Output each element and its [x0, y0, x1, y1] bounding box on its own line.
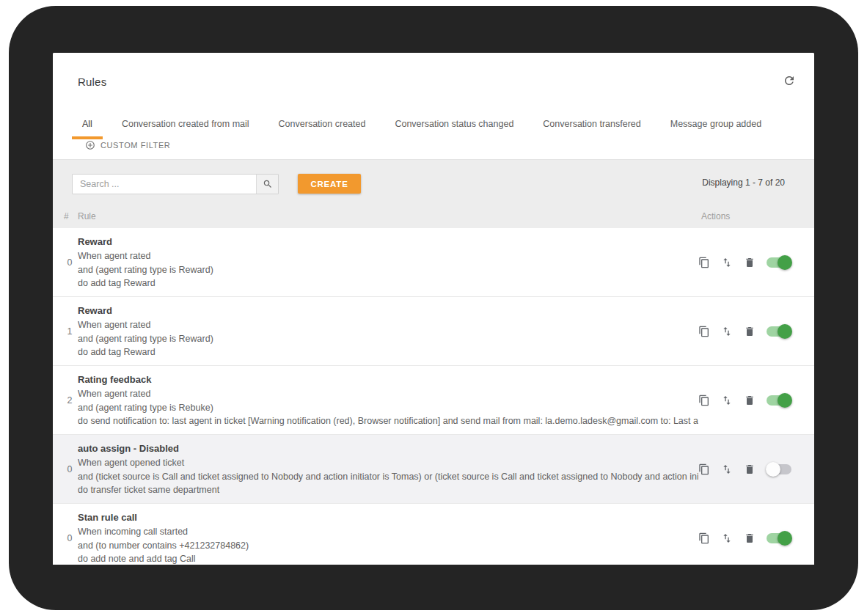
rule-condition-line: When agent rated: [78, 387, 698, 401]
panel-header: Rules All Conversation created from mail…: [53, 53, 814, 160]
search-group: [72, 174, 279, 194]
delete-rule-button[interactable]: [743, 463, 756, 476]
reorder-rule-button[interactable]: [720, 256, 734, 269]
up-down-arrows-icon: [721, 532, 733, 544]
rule-condition-line: When agent rated: [78, 318, 698, 332]
reorder-rule-button[interactable]: [720, 325, 734, 338]
page-title: Rules: [78, 76, 106, 88]
table-row[interactable]: 0 auto assign - Disabled When agent open…: [53, 435, 814, 504]
rule-summary: Reward When agent rated and (agent ratin…: [78, 304, 698, 359]
copy-icon: [698, 326, 710, 337]
search-input[interactable]: [73, 175, 256, 194]
rule-condition-line: and (agent rating type is Reward): [78, 263, 698, 277]
custom-filter-label: CUSTOM FILTER: [100, 141, 170, 150]
rule-title: auto assign - Disabled: [78, 441, 698, 456]
rule-condition-line: When agent rated: [78, 249, 698, 263]
rule-action-line: do add note and add tag Call: [78, 552, 698, 565]
search-button[interactable]: [256, 175, 278, 194]
rule-toggle[interactable]: [766, 531, 792, 546]
displaying-count: Displaying 1 - 7 of 20: [702, 177, 785, 188]
tab-label: Conversation created: [279, 119, 366, 129]
delete-rule-button[interactable]: [743, 532, 756, 545]
row-actions: [698, 255, 792, 270]
copy-icon: [698, 395, 710, 406]
tab-conversation-created-from-mail[interactable]: Conversation created from mail: [111, 112, 260, 139]
trash-icon: [744, 532, 756, 544]
row-actions: [698, 324, 792, 339]
trash-icon: [744, 463, 756, 475]
copy-icon: [698, 532, 710, 544]
tab-conversation-status-changed[interactable]: Conversation status changed: [384, 112, 524, 139]
rule-toggle[interactable]: [766, 393, 792, 408]
table-row[interactable]: 2 Rating feedback When agent rated and (…: [53, 366, 814, 435]
rule-toggle[interactable]: [766, 255, 792, 270]
rule-title: Reward: [78, 304, 698, 318]
table-row[interactable]: 0 Stan rule call When incoming call star…: [53, 504, 814, 565]
copy-rule-button[interactable]: [698, 325, 711, 338]
tab-label: Conversation status changed: [395, 119, 513, 129]
delete-rule-button[interactable]: [743, 256, 756, 269]
delete-rule-button[interactable]: [743, 325, 756, 338]
reorder-rule-button[interactable]: [720, 532, 734, 545]
rule-condition-line: and (to number contains +421232784862): [78, 539, 698, 553]
rule-index: 0: [60, 464, 79, 474]
rule-action-line: do send notification to: last agent in t…: [78, 414, 698, 428]
rule-condition-line: When incoming call started: [78, 525, 698, 539]
toggle-knob: [766, 462, 780, 477]
create-button[interactable]: CREATE: [298, 174, 361, 194]
filter-tabs: All Conversation created from mail Conve…: [72, 112, 780, 139]
table-header: # Rule Actions: [53, 208, 814, 228]
tab-conversation-created[interactable]: Conversation created: [268, 112, 376, 139]
toggle-knob: [778, 255, 792, 270]
rules-list: 0 Reward When agent rated and (agent rat…: [53, 228, 814, 565]
rule-condition-line: When agent opened ticket: [78, 456, 698, 470]
row-actions: [698, 531, 792, 546]
table-row[interactable]: 0 Reward When agent rated and (agent rat…: [53, 228, 814, 297]
copy-rule-button[interactable]: [698, 394, 711, 407]
trash-icon: [744, 326, 756, 337]
tab-message-group-added[interactable]: Message group added: [660, 112, 772, 139]
toggle-knob: [778, 531, 792, 546]
copy-rule-button[interactable]: [698, 256, 711, 269]
rule-toggle[interactable]: [766, 324, 792, 339]
rule-toggle[interactable]: [766, 462, 792, 477]
rules-panel: Rules All Conversation created from mail…: [53, 53, 814, 565]
tab-label: Message group added: [670, 119, 761, 129]
tab-all[interactable]: All: [72, 112, 103, 139]
rule-summary: auto assign - Disabled When agent opened…: [78, 441, 698, 497]
column-header-rule: Rule: [78, 211, 96, 221]
row-actions: [698, 462, 792, 477]
rule-summary: Rating feedback When agent rated and (ag…: [78, 373, 698, 428]
rule-summary: Reward When agent rated and (agent ratin…: [78, 235, 698, 290]
rule-title: Stan rule call: [78, 510, 698, 525]
toggle-knob: [778, 393, 792, 408]
copy-rule-button[interactable]: [698, 463, 711, 476]
up-down-arrows-icon: [721, 463, 733, 475]
trash-icon: [744, 395, 756, 406]
tab-label: Conversation created from mail: [122, 119, 249, 129]
reorder-rule-button[interactable]: [720, 394, 734, 407]
rule-condition-line: and (agent rating type is Reward): [78, 332, 698, 346]
rule-title: Reward: [78, 235, 698, 249]
rule-title: Rating feedback: [78, 373, 698, 387]
refresh-button[interactable]: [782, 73, 797, 88]
table-row[interactable]: 1 Reward When agent rated and (agent rat…: [53, 297, 814, 366]
copy-icon: [698, 463, 710, 475]
toggle-knob: [778, 324, 792, 339]
delete-rule-button[interactable]: [743, 394, 756, 407]
copy-rule-button[interactable]: [698, 532, 711, 545]
rule-index: 0: [60, 257, 79, 268]
search-icon: [263, 179, 273, 189]
rule-action-line: do transfer ticket same department: [78, 483, 698, 497]
custom-filter-button[interactable]: CUSTOM FILTER: [85, 140, 170, 150]
rule-summary: Stan rule call When incoming call starte…: [78, 510, 698, 565]
reorder-rule-button[interactable]: [720, 463, 734, 476]
up-down-arrows-icon: [721, 326, 733, 337]
rule-index: 0: [60, 533, 79, 543]
rule-index: 2: [60, 395, 79, 406]
circle-plus-icon: [85, 140, 95, 150]
rule-condition-line: and (agent rating type is Rebuke): [78, 401, 698, 415]
tab-conversation-transfered[interactable]: Conversation transfered: [533, 112, 651, 139]
rule-action-line: do add tag Reward: [78, 345, 698, 359]
tab-label: All: [82, 119, 92, 129]
